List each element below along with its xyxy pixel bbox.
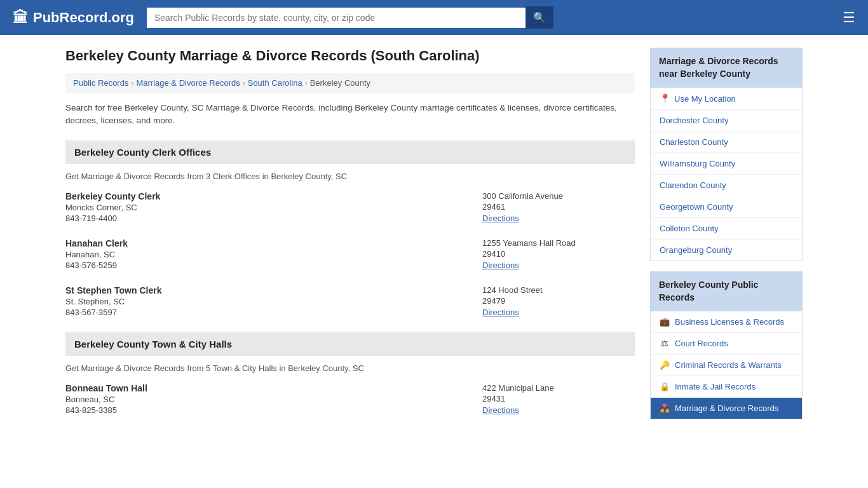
sidebar-item-marriage[interactable]: 💑 Marriage & Divorce Records — [651, 398, 802, 419]
sidebar: Marriage & Divorce Records near Berkeley… — [650, 48, 803, 430]
sidebar-item-business[interactable]: 💼 Business Licenses & Records — [651, 311, 802, 333]
page-title: Berkeley County Marriage & Divorce Recor… — [65, 48, 635, 64]
search-icon: 🔍 — [533, 12, 546, 23]
clerk-entry-0-name: Berkeley County Clerk — [65, 191, 160, 201]
clerk-entry-2-city: St. Stephen, SC — [65, 297, 161, 306]
breadcrumb-marriage-divorce[interactable]: Marriage & Divorce Records — [136, 78, 240, 88]
sidebar-nearby-title: Marriage & Divorce Records near Berkeley… — [650, 48, 803, 88]
town-entry-0-right: 422 Municipal Lane 29431 Directions — [482, 383, 635, 416]
breadcrumb-sep-1: › — [131, 79, 133, 88]
clerk-section-desc: Get Marriage & Divorce Records from 3 Cl… — [65, 172, 635, 181]
clerk-entry-0-address: 300 California Avenue — [482, 191, 635, 201]
marriage-icon: 💑 — [660, 403, 670, 413]
marriage-link[interactable]: Marriage & Divorce Records — [675, 403, 778, 413]
clerk-entry-1-directions[interactable]: Directions — [482, 261, 519, 270]
sidebar-public-records-list: 💼 Business Licenses & Records ⚖ Court Re… — [650, 311, 803, 419]
orangeburg-link[interactable]: Orangeburg County — [660, 245, 732, 255]
clerk-entry-1-city: Hanahan, SC — [65, 250, 128, 259]
clerk-entry-1-address: 1255 Yeamans Hall Road — [482, 238, 635, 248]
clerk-entry-2-address: 124 Hood Street — [482, 285, 635, 295]
sidebar-item-clarendon[interactable]: Clarendon County — [651, 175, 802, 196]
logo-text: PubRecord.org — [33, 10, 134, 26]
clerk-entry-2: St Stephen Town Clerk St. Stephen, SC 84… — [65, 285, 635, 318]
court-link[interactable]: Court Records — [675, 339, 728, 348]
clerk-entry-0-left: Berkeley County Clerk Moncks Corner, SC … — [65, 191, 160, 224]
sidebar-item-charleston[interactable]: Charleston County — [651, 132, 802, 153]
sidebar-item-orangeburg[interactable]: Orangeburg County — [651, 240, 802, 261]
sidebar-item-williamsburg[interactable]: Williamsburg County — [651, 153, 802, 175]
main-container: Berkeley County Marriage & Divorce Recor… — [53, 35, 815, 443]
sidebar-item-court[interactable]: ⚖ Court Records — [651, 333, 802, 355]
clerk-entry-0-directions[interactable]: Directions — [482, 214, 519, 223]
breadcrumb-south-carolina[interactable]: South Carolina — [248, 78, 302, 88]
inmate-icon: 🔒 — [660, 382, 670, 391]
town-entry-0-address: 422 Municipal Lane — [482, 383, 635, 393]
clerk-entry-0: Berkeley County Clerk Moncks Corner, SC … — [65, 191, 635, 224]
clerk-section-header: Berkeley County Clerk Offices — [65, 140, 635, 164]
georgetown-link[interactable]: Georgetown County — [660, 202, 733, 212]
sidebar-item-criminal[interactable]: 🔑 Criminal Records & Warrants — [651, 355, 802, 376]
town-section-header: Berkeley County Town & City Halls — [65, 332, 635, 356]
site-logo[interactable]: 🏛 PubRecord.org — [13, 9, 134, 27]
building-icon: 🏛 — [13, 9, 28, 27]
court-icon: ⚖ — [660, 339, 670, 348]
charleston-link[interactable]: Charleston County — [660, 137, 728, 147]
clerk-entry-0-right: 300 California Avenue 29461 Directions — [482, 191, 635, 224]
search-button[interactable]: 🔍 — [526, 6, 553, 29]
sidebar-public-records-section: Berkeley County Public Records 💼 Busines… — [650, 271, 803, 419]
sidebar-nearby-list: 📍 Use My Location Dorchester County Char… — [650, 88, 803, 261]
clerk-entry-2-phone: 843-567-3597 — [65, 308, 161, 317]
town-entry-0-left: Bonneau Town Hall Bonneau, SC 843-825-33… — [65, 383, 147, 416]
criminal-icon: 🔑 — [660, 360, 670, 370]
clerk-entry-2-right: 124 Hood Street 29479 Directions — [482, 285, 635, 318]
breadcrumb-sep-3: › — [305, 79, 308, 88]
clerk-entry-1-left: Hanahan Clerk Hanahan, SC 843-576-5259 — [65, 238, 128, 271]
clerk-entry-1-right: 1255 Yeamans Hall Road 29410 Directions — [482, 238, 635, 271]
content-area: Berkeley County Marriage & Divorce Recor… — [65, 48, 635, 430]
sidebar-item-colleton[interactable]: Colleton County — [651, 218, 802, 240]
colleton-link[interactable]: Colleton County — [660, 224, 719, 233]
clerk-entry-1-zip: 29410 — [482, 249, 635, 259]
clarendon-link[interactable]: Clarendon County — [660, 180, 726, 190]
page-description: Search for free Berkeley County, SC Marr… — [65, 102, 635, 128]
breadcrumb-public-records[interactable]: Public Records — [73, 78, 128, 88]
clerk-entry-0-zip: 29461 — [482, 202, 635, 212]
clerk-entry-2-name: St Stephen Town Clerk — [65, 285, 161, 295]
sidebar-item-inmate[interactable]: 🔒 Inmate & Jail Records — [651, 376, 802, 398]
dorchester-link[interactable]: Dorchester County — [660, 116, 728, 125]
clerk-entry-0-city: Moncks Corner, SC — [65, 203, 160, 212]
town-entry-0: Bonneau Town Hall Bonneau, SC 843-825-33… — [65, 383, 635, 416]
clerk-entry-1-phone: 843-576-5259 — [65, 261, 128, 270]
town-entry-0-name: Bonneau Town Hall — [65, 383, 147, 393]
town-entry-0-zip: 29431 — [482, 394, 635, 403]
sidebar-item-dorchester[interactable]: Dorchester County — [651, 110, 802, 132]
business-link[interactable]: Business Licenses & Records — [675, 317, 784, 327]
town-entry-0-phone: 843-825-3385 — [65, 405, 147, 415]
clerk-entry-1: Hanahan Clerk Hanahan, SC 843-576-5259 1… — [65, 238, 635, 271]
clerk-entry-1-name: Hanahan Clerk — [65, 238, 128, 248]
breadcrumb-berkeley-county: Berkeley County — [310, 78, 370, 88]
business-icon: 💼 — [660, 317, 670, 327]
pin-icon: 📍 — [660, 93, 670, 104]
clerk-entry-2-zip: 29479 — [482, 296, 635, 306]
sidebar-nearby-section: Marriage & Divorce Records near Berkeley… — [650, 48, 803, 261]
sidebar-use-location[interactable]: 📍 Use My Location — [651, 88, 802, 110]
breadcrumb-sep-2: › — [243, 79, 245, 88]
inmate-link[interactable]: Inmate & Jail Records — [675, 382, 756, 391]
search-input[interactable] — [147, 8, 526, 28]
clerk-entry-2-left: St Stephen Town Clerk St. Stephen, SC 84… — [65, 285, 161, 318]
header: 🏛 PubRecord.org 🔍 ☰ — [0, 0, 868, 35]
clerk-entry-2-directions[interactable]: Directions — [482, 308, 519, 317]
williamsburg-link[interactable]: Williamsburg County — [660, 159, 735, 168]
breadcrumb: Public Records › Marriage & Divorce Reco… — [65, 73, 635, 93]
use-location-label: Use My Location — [674, 94, 736, 104]
search-bar: 🔍 — [147, 6, 553, 29]
hamburger-icon: ☰ — [843, 10, 855, 25]
town-section-desc: Get Marriage & Divorce Records from 5 To… — [65, 363, 635, 373]
sidebar-public-records-title: Berkeley County Public Records — [650, 271, 803, 311]
town-entry-0-directions[interactable]: Directions — [482, 405, 519, 415]
hamburger-button[interactable]: ☰ — [843, 10, 855, 26]
clerk-entry-0-phone: 843-719-4400 — [65, 214, 160, 223]
sidebar-item-georgetown[interactable]: Georgetown County — [651, 196, 802, 218]
criminal-link[interactable]: Criminal Records & Warrants — [675, 360, 782, 370]
